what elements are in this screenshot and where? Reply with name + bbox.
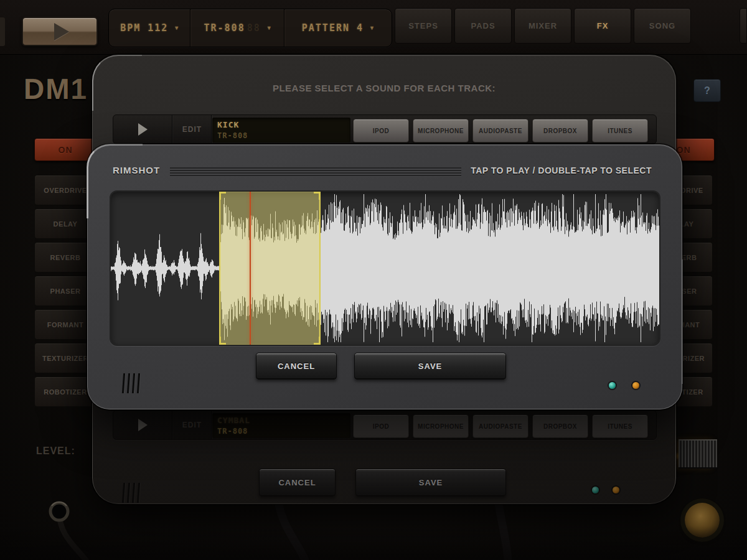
- page-tab[interactable]: PADS: [454, 8, 512, 44]
- right-edge-panel: [740, 8, 747, 44]
- source-tab[interactable]: AUDIOPASTE: [472, 119, 529, 142]
- save-button[interactable]: SAVE: [354, 353, 506, 380]
- waveform-editor-dialog: RIMSHOT TAP TO PLAY / DOUBLE-TAP TO SELE…: [87, 144, 682, 409]
- track-lcd: KICK TR-808: [212, 118, 350, 142]
- groove-lines: [170, 167, 461, 177]
- source-tabs: IPOD MICROPHONE AUDIOPASTE DROPBOX: [353, 119, 648, 142]
- track-row-cymbal: EDIT CYMBAL TR-808 IPOD MICROPHONE: [113, 410, 657, 440]
- page-tab[interactable]: SONG: [634, 8, 691, 44]
- source-tab[interactable]: ITUNES: [592, 414, 648, 438]
- waveform-selection[interactable]: [219, 192, 320, 345]
- selection-bracket: [314, 192, 321, 200]
- playhead-line[interactable]: [250, 192, 251, 345]
- page-tab-label: SONG: [649, 21, 675, 30]
- source-tab-label: IPOD: [373, 423, 389, 430]
- source-tab[interactable]: AUDIOPASTE: [472, 414, 529, 438]
- source-tab-label: ITUNES: [608, 423, 632, 430]
- fx-effect-label: ROBOTIZER: [44, 388, 87, 396]
- green-led: [592, 487, 599, 493]
- source-tab-label: MICROPHONE: [418, 128, 464, 134]
- edit-label: EDIT: [182, 125, 202, 134]
- page-tab-label: MIXER: [529, 21, 557, 30]
- left-edge-panel: [0, 17, 5, 46]
- track-name: CYMBAL: [217, 416, 250, 425]
- source-tab[interactable]: IPOD: [353, 414, 409, 438]
- save-button[interactable]: SAVE: [355, 469, 506, 497]
- play-button[interactable]: [22, 17, 98, 46]
- fx-effect-label: FORMANT: [47, 321, 84, 329]
- pattern-display[interactable]: PATTERN 4 ▼: [284, 9, 392, 47]
- selection-bracket: [219, 337, 226, 345]
- save-label: SAVE: [419, 478, 443, 487]
- fx-effect-label: PHASER: [50, 287, 81, 295]
- page-tab[interactable]: FX: [574, 8, 631, 44]
- kit-value: TR-808: [204, 22, 245, 34]
- dialog-edge-highlight-right: [677, 259, 683, 384]
- track-play-button[interactable]: [113, 411, 172, 439]
- track-play-button[interactable]: [113, 115, 172, 144]
- waveform-display[interactable]: [110, 190, 660, 346]
- track-edit-button[interactable]: EDIT: [173, 411, 212, 439]
- fx-effect-label: REVERB: [50, 254, 81, 261]
- status-leds: [592, 487, 619, 493]
- level-fader[interactable]: [679, 439, 717, 469]
- rotary-knob[interactable]: [685, 503, 720, 538]
- lcd-display-group: BPM 112 ▼ TR-808 88 ▼ PATTERN 4 ▼: [108, 9, 392, 47]
- fx-effect-label: TEXTURIZER: [42, 355, 88, 362]
- source-tab-label: DROPBOX: [543, 423, 577, 430]
- bpm-display[interactable]: BPM 112 ▼: [109, 9, 190, 47]
- page-tab[interactable]: MIXER: [514, 8, 571, 44]
- fx-effect-label: OVERDRIVE: [44, 187, 87, 194]
- source-tab-label: ITUNES: [608, 128, 632, 134]
- save-label: SAVE: [418, 362, 442, 371]
- source-tab-label: MICROPHONE: [418, 423, 464, 430]
- fx-effect-label: DELAY: [54, 220, 78, 228]
- source-tab[interactable]: DROPBOX: [532, 414, 588, 438]
- play-icon: [138, 123, 148, 136]
- page-tab-label: STEPS: [408, 21, 438, 30]
- source-tab[interactable]: ITUNES: [592, 119, 648, 142]
- level-label: LEVEL:: [36, 446, 75, 457]
- cancel-button[interactable]: CANCEL: [256, 353, 337, 380]
- cancel-button[interactable]: CANCEL: [259, 469, 336, 497]
- page-tab[interactable]: STEPS: [395, 8, 452, 44]
- play-icon: [54, 23, 69, 40]
- editor-hint: TAP TO PLAY / DOUBLE-TAP TO SELECT: [471, 166, 652, 175]
- play-icon: [138, 419, 148, 431]
- source-tab-label: DROPBOX: [543, 128, 577, 134]
- source-tab-label: AUDIOPASTE: [479, 128, 522, 134]
- fx-on-button-left[interactable]: ON: [34, 138, 96, 161]
- selection-bracket: [314, 337, 321, 345]
- chevron-down-icon[interactable]: ▼: [174, 25, 179, 31]
- source-tab-label: AUDIOPASTE: [479, 423, 522, 430]
- source-tab[interactable]: DROPBOX: [532, 119, 588, 142]
- edit-label: EDIT: [182, 421, 202, 429]
- page-tabs: STEPS PADS MIXER FX SONG: [395, 8, 691, 44]
- source-tab[interactable]: MICROPHONE: [413, 414, 469, 438]
- chevron-down-icon[interactable]: ▼: [369, 25, 375, 31]
- chevron-down-icon[interactable]: ▼: [266, 25, 272, 31]
- track-edit-button[interactable]: EDIT: [173, 115, 212, 144]
- kit-display[interactable]: TR-808 88 ▼: [190, 9, 284, 47]
- orange-led: [632, 382, 639, 389]
- source-tab[interactable]: IPOD: [353, 119, 409, 142]
- page-tab-label: PADS: [471, 21, 495, 30]
- kit-ghost-segments: 88: [247, 22, 261, 34]
- speaker-slits: [123, 373, 139, 393]
- cancel-label: CANCEL: [278, 362, 315, 371]
- track-row-kick: EDIT KICK TR-808 IPOD MICROPHONE: [113, 114, 657, 144]
- orange-led: [613, 487, 619, 493]
- transport-bar: BPM 112 ▼ TR-808 88 ▼ PATTERN 4 ▼ STEPS …: [0, 0, 747, 55]
- page-tab-label: FX: [597, 21, 609, 30]
- floor-shadow: [0, 526, 747, 560]
- app-background: BPM 112 ▼ TR-808 88 ▼ PATTERN 4 ▼ STEPS …: [0, 0, 747, 560]
- track-kit: TR-808: [217, 427, 248, 436]
- selection-bracket: [219, 192, 226, 200]
- source-tab[interactable]: MICROPHONE: [413, 119, 469, 142]
- help-button[interactable]: ?: [693, 79, 721, 102]
- source-tabs: IPOD MICROPHONE AUDIOPASTE DROPBOX: [353, 414, 648, 438]
- pattern-value: PATTERN 4: [302, 22, 364, 34]
- speaker-slits: [123, 483, 139, 503]
- status-leds: [609, 382, 639, 389]
- source-tab-label: IPOD: [373, 128, 389, 134]
